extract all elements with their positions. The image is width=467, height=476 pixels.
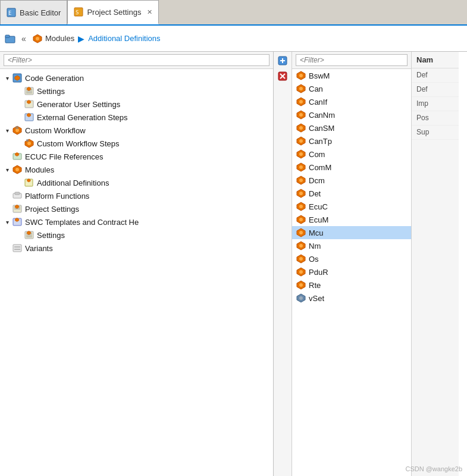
- col-headers-panel: NamDefDefImpPosSup: [411, 52, 459, 476]
- list-label-rte: Rte: [309, 281, 321, 290]
- tree-item-settings1[interactable]: Settings: [0, 84, 273, 98]
- list-item-det[interactable]: Det: [292, 187, 411, 200]
- list-label-mcu: Mcu: [309, 228, 324, 237]
- list-item-cansm[interactable]: CanSM: [292, 121, 411, 134]
- list-label-cannm: CanNm: [309, 111, 335, 120]
- tree-container: ▾ Code Generation Settings Generato: [0, 69, 273, 476]
- tree-item-variants[interactable]: Variants: [0, 242, 273, 255]
- tree-icon-ext-gen-steps: [24, 112, 35, 123]
- list-label-bswm: BswM: [309, 71, 330, 80]
- tree-icon-modules: [12, 164, 23, 175]
- list-label-pdur: PduR: [309, 268, 328, 277]
- tree-item-additional-defs[interactable]: Additional Definitions: [0, 176, 273, 189]
- tab-close-button[interactable]: ✕: [147, 8, 152, 16]
- tree-icon-variants: [12, 243, 23, 253]
- left-filter-input[interactable]: [4, 54, 269, 66]
- tab-project-settings[interactable]: S Project Settings ✕: [67, 0, 159, 24]
- list-item-com[interactable]: Com: [292, 148, 411, 161]
- tree-item-gen-user-settings[interactable]: Generator User Settings: [0, 98, 273, 111]
- list-container: BswM Can CanIf CanNm CanSM: [292, 69, 411, 476]
- svg-point-56: [299, 87, 303, 90]
- list-icon-dcm: [296, 175, 306, 186]
- svg-rect-21: [15, 126, 18, 129]
- tree-icon-gen-user-settings: [24, 99, 35, 109]
- breadcrumb-back-btn[interactable]: «: [18, 33, 30, 45]
- left-filter-box: [0, 52, 273, 69]
- list-label-ecuc: EcuC: [309, 202, 328, 211]
- watermark: CSDN @wangke2b: [405, 465, 462, 472]
- list-item-vset[interactable]: vSet: [292, 292, 411, 305]
- list-icon-nm: [296, 240, 306, 251]
- list-item-mcu[interactable]: Mcu: [292, 226, 411, 239]
- settings-tab-icon: S: [74, 7, 83, 17]
- tree-icon-additional-defs: [24, 177, 35, 188]
- list-icon-bswm: [296, 70, 306, 81]
- tree-expand-modules[interactable]: ▾: [2, 165, 12, 174]
- list-item-ecuc[interactable]: EcuC: [292, 200, 411, 213]
- list-filter-input[interactable]: [296, 54, 408, 66]
- svg-point-66: [299, 152, 303, 156]
- svg-rect-32: [15, 192, 20, 195]
- list-item-nm[interactable]: Nm: [292, 239, 411, 252]
- col-header-0: Nam: [412, 52, 459, 68]
- list-label-comm: ComM: [309, 163, 331, 172]
- list-label-vset: vSet: [309, 294, 324, 303]
- list-item-bswm[interactable]: BswM: [292, 69, 411, 82]
- tree-label-code-gen: Code Generation: [25, 74, 84, 83]
- list-label-det: Det: [309, 189, 321, 198]
- col-header-4: Pos: [412, 111, 459, 126]
- list-label-can: Can: [309, 84, 323, 93]
- tree-item-settings2[interactable]: Settings: [0, 228, 273, 242]
- toolbar-panel: [274, 52, 292, 476]
- tree-item-custom-workflow[interactable]: ▾ Custom Workflow: [0, 124, 273, 137]
- list-item-os[interactable]: Os: [292, 252, 411, 265]
- tree-item-ecuc-file-refs[interactable]: ECUC File References: [0, 150, 273, 163]
- tab-basic-editor[interactable]: E Basic Editor: [0, 0, 67, 24]
- tree-expand-custom-workflow[interactable]: ▾: [2, 126, 12, 135]
- list-item-can[interactable]: Can: [292, 82, 411, 95]
- list-item-dcm[interactable]: Dcm: [292, 174, 411, 187]
- list-item-ecum[interactable]: EcuM: [292, 213, 411, 226]
- list-icon-cantp: [296, 136, 306, 146]
- tree-label-custom-workflow: Custom Workflow: [25, 126, 86, 135]
- tree-item-modules[interactable]: ▾ Modules: [0, 163, 273, 176]
- left-tree-panel: ▾ Code Generation Settings Generato: [0, 52, 274, 476]
- list-label-cantp: CanTp: [309, 137, 332, 146]
- breadcrumb-separator: ▶: [78, 34, 84, 43]
- list-item-cantp[interactable]: CanTp: [292, 134, 411, 148]
- tree-item-code-gen[interactable]: ▾ Code Generation: [0, 71, 273, 84]
- list-icon-com: [296, 149, 306, 159]
- tree-item-ext-gen-steps[interactable]: External Generation Steps: [0, 111, 273, 124]
- col-header-1: Def: [412, 68, 459, 83]
- list-item-canlf[interactable]: CanIf: [292, 95, 411, 108]
- list-item-pdur[interactable]: PduR: [292, 265, 411, 278]
- tree-expand-swc-templates[interactable]: ▾: [2, 217, 12, 227]
- tree-item-project-settings-tree[interactable]: Project Settings: [0, 202, 273, 215]
- svg-point-88: [299, 296, 303, 300]
- tree-icon-custom-workflow: [12, 125, 23, 136]
- list-item-comm[interactable]: ComM: [292, 161, 411, 174]
- svg-point-72: [299, 192, 303, 195]
- tree-item-swc-templates[interactable]: ▾ SWC Templates and Contract He: [0, 215, 273, 228]
- svg-point-54: [299, 74, 303, 77]
- svg-rect-24: [26, 139, 29, 142]
- add-button[interactable]: [276, 54, 289, 67]
- tree-item-platform-funcs[interactable]: Platform Functions: [0, 189, 273, 202]
- list-item-rte[interactable]: Rte: [292, 278, 411, 292]
- list-icon-rte: [296, 280, 306, 290]
- list-label-dcm: Dcm: [309, 176, 325, 185]
- breadcrumb-bar: « Modules ▶ Additional Definitions: [0, 26, 467, 52]
- tree-label-gen-user-settings: Generator User Settings: [37, 100, 120, 109]
- col-header-3: Imp: [412, 97, 459, 111]
- tree-icon-platform-funcs: [12, 190, 23, 201]
- tree-expand-code-gen[interactable]: ▾: [2, 73, 12, 83]
- svg-text:S: S: [76, 10, 79, 15]
- tree-label-project-settings-tree: Project Settings: [25, 205, 79, 214]
- svg-point-78: [299, 231, 303, 234]
- svg-point-62: [299, 126, 303, 130]
- remove-button[interactable]: [276, 70, 289, 83]
- list-item-cannm[interactable]: CanNm: [292, 108, 411, 121]
- breadcrumb-additional-defs-link[interactable]: Additional Definitions: [88, 34, 160, 43]
- tree-item-custom-workflow-steps[interactable]: Custom Workflow Steps: [0, 137, 273, 150]
- tree-label-settings2: Settings: [37, 231, 65, 240]
